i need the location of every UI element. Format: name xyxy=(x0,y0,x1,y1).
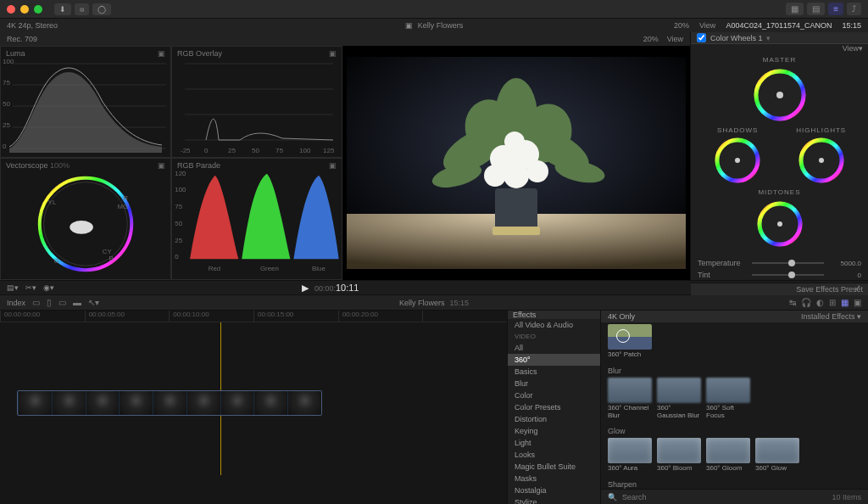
share-button[interactable]: ⤴ xyxy=(847,3,861,15)
browser-layout-button[interactable]: ▦ xyxy=(786,3,804,15)
svg-text:Green: Green xyxy=(260,265,279,272)
append-clip-icon[interactable]: ▭ xyxy=(58,298,66,307)
timeline-clip[interactable]: A004C024_17011574_CANON xyxy=(17,390,322,416)
sidebar-item-masks[interactable]: Masks xyxy=(508,473,600,484)
connect-clip-icon[interactable]: ▭ xyxy=(32,298,40,307)
sidebar-item-color[interactable]: Color xyxy=(508,389,600,401)
luma-scope[interactable]: Luma ▣ 0255075100 xyxy=(0,46,171,158)
svg-point-54 xyxy=(526,160,548,182)
effect-360-channel-blur[interactable]: 360° Channel Blur xyxy=(608,378,652,420)
close-icon[interactable] xyxy=(7,5,15,14)
sidebar-item-blur[interactable]: Blur xyxy=(508,378,600,389)
sidebar-item-nostalgia[interactable]: Nostalgia xyxy=(508,484,600,496)
play-icon[interactable]: ▶ xyxy=(302,283,309,293)
bg-tasks-button[interactable]: ◯ xyxy=(92,3,111,15)
snap-button[interactable]: ◉▾ xyxy=(43,283,54,292)
sidebar-item-all[interactable]: All xyxy=(508,342,600,354)
audio-skim-icon[interactable]: 🎧 xyxy=(801,298,811,307)
view-menu[interactable]: View xyxy=(699,21,715,30)
timeline-duration: 15:15 xyxy=(449,299,469,307)
svg-text:75: 75 xyxy=(3,79,10,87)
snapping-icon[interactable]: ⊞ xyxy=(829,298,836,307)
effect-360-bloom[interactable]: 360° Bloom xyxy=(657,438,701,473)
library-toggle-group: ⬇ ⌾ ◯ xyxy=(54,3,111,15)
timeline-index-button[interactable]: Index xyxy=(7,299,25,307)
timeline[interactable]: 00:00:00:0000:00:05:0000:00:10:0000:00:1… xyxy=(0,311,507,504)
keyword-button[interactable]: ⌾ xyxy=(75,3,89,15)
sidebar-item-color-presets[interactable]: Color Presets xyxy=(508,401,600,413)
clip-appearance-button[interactable]: ▤▾ xyxy=(7,283,19,292)
vectorscope[interactable]: Vectorscope 100% ▣ R M xyxy=(0,158,171,280)
effect-360-gaussian-blur[interactable]: 360° Gaussian Blur xyxy=(657,378,701,420)
svg-text:120: 120 xyxy=(175,170,186,177)
sidebar-item-basics[interactable]: Basics xyxy=(508,366,600,378)
midtones-wheel[interactable] xyxy=(754,198,806,250)
sidebar-item-all-va[interactable]: All Video & Audio xyxy=(508,319,600,331)
overwrite-clip-icon[interactable]: ▬ xyxy=(73,298,81,307)
import-button[interactable]: ⬇ xyxy=(54,3,71,15)
sidebar-item-light[interactable]: Light xyxy=(508,437,600,449)
effect-360-soft-focus[interactable]: 360° Soft Focus xyxy=(706,378,750,420)
colorspace-label: Rec. 709 xyxy=(7,35,37,43)
svg-point-52 xyxy=(504,163,529,188)
effect-360-gloom[interactable]: 360° Gloom xyxy=(706,438,750,473)
timeline-toolbar: Index ▭ ▯ ▭ ▬ ↖▾ Kelly Flowers 15:15 ↹ 🎧… xyxy=(0,295,868,311)
rgb-parade-scope[interactable]: RGB Parade ▣ 0255075100120 Red Green Blu… xyxy=(171,158,342,280)
zoom-level[interactable]: 20% xyxy=(674,21,689,30)
sidebar-item-stylize[interactable]: Stylize xyxy=(508,496,600,504)
minimize-icon[interactable] xyxy=(20,5,29,14)
viewer-view-menu[interactable]: View xyxy=(667,35,683,43)
insert-clip-icon[interactable]: ▯ xyxy=(47,298,52,307)
fullscreen-icon[interactable]: ⤢ xyxy=(854,283,861,292)
inspector-view-menu[interactable]: View xyxy=(843,44,859,53)
timeline-layout-button[interactable]: ▤ xyxy=(807,3,825,15)
arrow-tool-icon[interactable]: ↖▾ xyxy=(88,298,99,307)
preview-image xyxy=(347,57,686,269)
vectorscope-label: Vectorscope xyxy=(6,161,48,170)
tools-dropdown[interactable]: ✂▾ xyxy=(25,283,36,292)
solo-icon[interactable]: ◐ xyxy=(816,298,824,307)
slider-temperature[interactable]: Temperature5000.0 xyxy=(698,257,861,269)
transitions-icon[interactable]: ▣ xyxy=(854,298,861,307)
effect-360-glow[interactable]: 360° Glow xyxy=(755,438,799,473)
sidebar-item-360-[interactable]: 360° xyxy=(508,354,600,366)
midtones-label: MIDTONES xyxy=(696,188,863,196)
sidebar-item-magic-bullet-suite[interactable]: Magic Bullet Suite xyxy=(508,461,600,473)
effects-browser-icon[interactable]: ▦ xyxy=(841,298,849,307)
effect-360-aura[interactable]: 360° Aura xyxy=(608,438,652,473)
svg-text:100: 100 xyxy=(3,58,14,65)
svg-point-67 xyxy=(777,221,782,227)
chevron-down-icon[interactable]: ▾ xyxy=(766,34,771,42)
zoom-dropdown[interactable]: 20% xyxy=(643,35,659,43)
sidebar-item-keying[interactable]: Keying xyxy=(508,425,600,437)
save-effects-preset-button[interactable]: Save Effects Preset xyxy=(691,283,868,295)
effect-enable-checkbox[interactable] xyxy=(697,33,705,42)
svg-text:CY: CY xyxy=(103,248,113,255)
sidebar-item-looks[interactable]: Looks xyxy=(508,449,600,461)
effect-360-patch[interactable]: 360° Patch xyxy=(608,324,652,359)
effects-search-input[interactable] xyxy=(622,493,707,501)
installed-effects-dropdown[interactable]: Installed Effects xyxy=(801,312,854,321)
timecode-display[interactable]: ▶ 00:00:10:11 xyxy=(302,283,359,294)
master-wheel[interactable] xyxy=(750,65,810,125)
slider-tint[interactable]: Tint0 xyxy=(698,269,861,281)
skimming-icon[interactable]: ↹ xyxy=(789,298,796,307)
effects-browser: 4K Only Installed Effects ▾ 360° PatchBl… xyxy=(600,311,868,504)
svg-point-61 xyxy=(735,158,740,163)
inspector-layout-button[interactable]: ≡ xyxy=(828,3,843,15)
rgb-overlay-scope[interactable]: RGB Overlay ▣ -250255075100125 xyxy=(171,46,342,158)
shadows-wheel[interactable]: SHADOWS xyxy=(711,126,764,187)
svg-text:100: 100 xyxy=(175,186,186,193)
scope-settings-icon[interactable]: ▣ xyxy=(329,161,337,170)
scope-settings-icon[interactable]: ▣ xyxy=(158,49,165,58)
svg-point-53 xyxy=(484,165,506,187)
svg-text:0: 0 xyxy=(204,147,209,154)
inspector-header[interactable]: Color Wheels 1 ▾ xyxy=(691,32,868,44)
scope-settings-icon[interactable]: ▣ xyxy=(329,49,337,58)
sidebar-item-distortion[interactable]: Distortion xyxy=(508,413,600,425)
scope-settings-icon[interactable]: ▣ xyxy=(158,161,165,170)
highlights-wheel[interactable]: HIGHLIGHTS xyxy=(795,126,848,187)
viewer[interactable]: 20% View xyxy=(342,32,690,280)
maximize-icon[interactable] xyxy=(34,5,42,14)
timeline-ruler[interactable]: 00:00:00:0000:00:05:0000:00:10:0000:00:1… xyxy=(0,311,507,322)
